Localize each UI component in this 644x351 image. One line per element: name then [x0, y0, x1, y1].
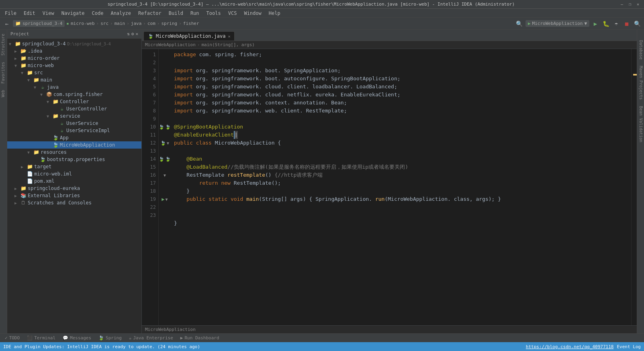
toolbar: ← 📁 springcloud_3-4 ▪ micro-web › src › … [0, 18, 644, 30]
menu-file[interactable]: File [2, 10, 20, 17]
gutter-leaf-10[interactable]: 🍃 [159, 124, 164, 130]
menu-view[interactable]: View [39, 10, 57, 17]
tree-item-java-src[interactable]: ▼ ☕ java [7, 84, 141, 91]
code-line-23 [174, 227, 628, 235]
menu-help[interactable]: Help [266, 10, 284, 17]
tree-item-service[interactable]: ▼ 📁 service [7, 112, 141, 120]
project-settings-button[interactable]: ⚙ [131, 31, 134, 37]
tree-item-controller[interactable]: ▼ 📁 Controller [7, 98, 141, 105]
tab-close-button[interactable]: ✕ [228, 34, 230, 39]
gutter-leaf-12[interactable]: 🍃 [160, 141, 166, 146]
resources-folder-icon: 📁 [33, 149, 39, 155]
terminal-tab[interactable]: ⬛ Terminal [24, 335, 59, 341]
java-enterprise-tab[interactable]: ☕ Java Enterprise [126, 335, 176, 341]
run-main-button[interactable]: ▶ [162, 196, 164, 202]
java-file-icon: ☕ [59, 120, 65, 127]
bc-separator: › [197, 42, 200, 47]
web-tab[interactable]: Web [0, 88, 7, 100]
search-everywhere-button[interactable]: 🔍 [515, 19, 524, 28]
maximize-button[interactable]: ❐ [627, 2, 633, 7]
tree-item-iml[interactable]: ▶ 📄 micro-web.iml [7, 170, 141, 178]
close-button[interactable]: ✕ [635, 2, 641, 7]
tree-item-src[interactable]: ▼ 📁 src [7, 69, 141, 76]
run-config-selector[interactable]: ▶ MicroWebAppliaction ▼ [525, 20, 589, 27]
menu-navigate[interactable]: Navigate [58, 10, 88, 17]
gutter-leaf2-14[interactable]: 🍃 [165, 157, 171, 162]
tree-label-src: src [34, 70, 43, 76]
database-tab[interactable]: Database [637, 38, 644, 62]
tree-item-eureka[interactable]: ▶ 📁 springcloud-eureka [7, 185, 141, 192]
project-selector[interactable]: 📁 springcloud_3-4 [13, 20, 65, 27]
tree-item-app[interactable]: ▶ 🍃 App [7, 134, 141, 141]
code-line-14: @Bean [174, 155, 628, 163]
tree-item-target[interactable]: ▶ 📁 target [7, 163, 141, 170]
bean-validation-tab[interactable]: Bean Validation [637, 104, 644, 145]
menu-code[interactable]: Code [89, 10, 107, 17]
tree-item-userservice[interactable]: ▶ ☕ UserService [7, 120, 141, 127]
project-close-button[interactable]: ✕ [135, 31, 138, 37]
tree-item-bootstrap[interactable]: ▶ 🍃 bootstrap.properties [7, 156, 141, 163]
menu-tools[interactable]: Tools [203, 10, 224, 17]
project-expand-button[interactable]: ⇅ [127, 31, 130, 37]
tree-arrow: ▼ [47, 100, 52, 104]
messages-tab[interactable]: 💬 Messages [59, 335, 94, 341]
tree-item-springcloud[interactable]: ▼ 📁 springcloud_3-4 D:\springcloud_3-4 [7, 40, 141, 47]
run-dashboard-tab[interactable]: ▶ Run Dashboard [177, 335, 223, 341]
tree-item-micro-web[interactable]: ▼ 📁 micro-web [7, 62, 141, 69]
collapse-main[interactable]: ▼ [166, 197, 168, 202]
main-layout: Structure Favorites Web Project ⇅ ⚙ ✕ ▼ … [0, 30, 644, 333]
tree-arrow: ▶ [14, 201, 20, 205]
event-log-label[interactable]: Event Log [617, 344, 641, 349]
bc-sep4: › [143, 21, 146, 26]
editor-tab-microwebappliaction[interactable]: 🍃 MicroWebAppliaction.java ✕ [143, 31, 235, 41]
tree-item-usercontroller[interactable]: ▶ ☕ UserController [7, 105, 141, 112]
menu-vcs[interactable]: VCS [225, 10, 240, 17]
back-button[interactable]: ← [2, 19, 11, 28]
tree-item-main[interactable]: ▼ 📁 main [7, 76, 141, 84]
tree-item-external-libs[interactable]: ▶ 📚 External Libraries [7, 192, 141, 199]
bc-sep1: › [96, 21, 99, 26]
tree-item-pom[interactable]: ▶ 📄 pom.xml [7, 178, 141, 185]
tree-arrow: ▼ [9, 42, 14, 46]
gutter-leaf-14[interactable]: 🍃 [159, 157, 164, 162]
tree-arrow: ▼ [34, 85, 39, 90]
stop-button[interactable]: ■ [622, 19, 631, 28]
menu-refactor[interactable]: Refactor [135, 10, 165, 17]
todo-tab[interactable]: ✓ TODO [2, 335, 23, 341]
code-line-20 [174, 203, 628, 211]
code-display[interactable]: package com. spring. fisher; import org.… [171, 49, 631, 325]
collapse-class[interactable]: ▼ [167, 141, 169, 145]
bottom-bar: ✓ TODO ⬛ Terminal 💬 Messages 🍃 Spring ☕ … [0, 333, 644, 342]
structure-tab[interactable]: Structure [0, 31, 7, 58]
find-button[interactable]: 🔍 [633, 19, 642, 28]
collapse-method[interactable]: ▼ [164, 173, 166, 178]
run-config-icon: ▶ [528, 21, 531, 26]
tree-item-idea[interactable]: ▶ 📂 .idea [7, 47, 141, 55]
run-coverage-button[interactable]: ☂ [612, 19, 621, 28]
tab-icon: 🍃 [148, 34, 153, 39]
debug-button[interactable]: 🐛 [601, 19, 610, 28]
menu-window[interactable]: Window [241, 10, 264, 17]
tree-arrow: ▶ [14, 49, 20, 53]
maven-projects-tab[interactable]: Maven Projects [637, 63, 644, 102]
spring-tab[interactable]: 🍃 Spring [95, 335, 125, 341]
favorites-tab[interactable]: Favorites [0, 59, 7, 86]
tree-item-scratches[interactable]: ▶ 🗒 Scratches and Consoles [7, 199, 141, 206]
tree-item-resources[interactable]: ▼ 📁 resources [7, 149, 141, 156]
menu-edit[interactable]: Edit [20, 10, 39, 17]
tree-item-microwebappliaction[interactable]: ▶ 🍃 MicroWebAppliaction [7, 141, 141, 149]
tree-arrow: ▶ [14, 186, 20, 191]
minimize-button[interactable]: — [619, 2, 625, 7]
menu-analyze[interactable]: Analyze [107, 10, 134, 17]
run-button[interactable]: ▶ [591, 19, 600, 28]
tree-item-package[interactable]: ▼ 📦 com.spring.fisher [7, 91, 141, 98]
right-error-gutter [631, 49, 637, 325]
status-url[interactable]: https://blog.csdn.net/qq_40977118 [526, 344, 614, 349]
code-line-22: } [174, 219, 628, 227]
menu-build[interactable]: Build [166, 10, 186, 17]
tree-item-userserviceimpl[interactable]: ▶ ☕ UserServiceImpl [7, 127, 141, 134]
bc-sep5: › [157, 21, 160, 26]
gutter-leaf2-10[interactable]: 🍃 [165, 124, 171, 130]
menu-run[interactable]: Run [187, 10, 202, 17]
tree-item-micro-order[interactable]: ▶ 📁 micro-order [7, 55, 141, 62]
